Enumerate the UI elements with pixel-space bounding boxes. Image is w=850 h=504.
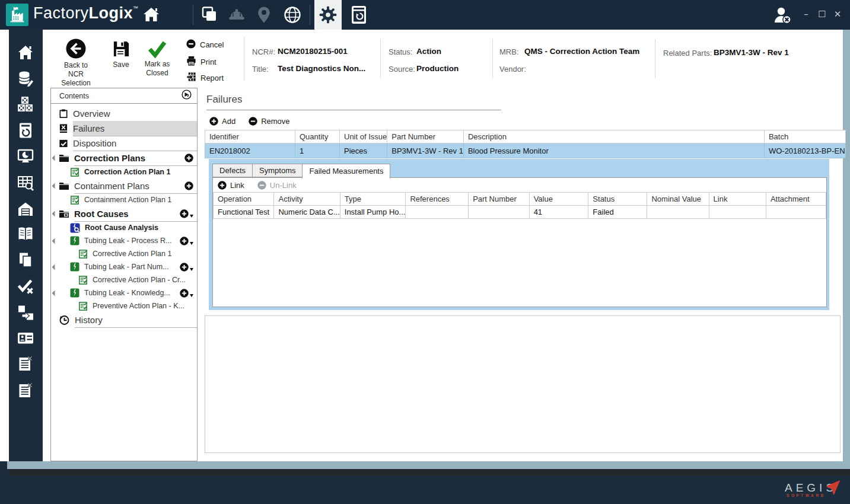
- tree-item-overview[interactable]: Overview: [51, 106, 197, 121]
- back-to-ncr-selection-button[interactable]: Back to NCR Selection: [53, 38, 98, 88]
- column-header[interactable]: Part Number: [469, 193, 530, 206]
- add-child-icon[interactable]: [184, 154, 193, 162]
- tree-item-tubing-leak-process-r[interactable]: Tubing Leak - Process R...: [51, 234, 197, 247]
- transfer-icon[interactable]: [15, 302, 36, 323]
- tree-expander-icon[interactable]: [51, 265, 59, 269]
- home-icon[interactable]: [15, 43, 36, 63]
- failure-cell: Blood Pressure Monitor: [463, 143, 764, 158]
- close-button[interactable]: ✕: [832, 9, 843, 19]
- copy-documents-icon[interactable]: [15, 250, 36, 270]
- column-header[interactable]: Status: [588, 193, 647, 206]
- column-header[interactable]: References: [406, 193, 469, 206]
- id-card-icon[interactable]: [15, 328, 36, 348]
- list-remove-alt-icon[interactable]: [15, 381, 36, 401]
- tree-item-containment-plans[interactable]: Containment Plans: [51, 178, 197, 193]
- warehouse-icon[interactable]: [15, 199, 36, 219]
- location-pin-icon[interactable]: [254, 5, 274, 24]
- table-search-icon[interactable]: [15, 173, 36, 193]
- tab-symptoms[interactable]: Symptoms: [252, 164, 302, 177]
- measurements-table[interactable]: OperationActivityTypeReferencesPart Numb…: [213, 192, 826, 219]
- minimize-button[interactable]: –: [800, 9, 812, 19]
- settings-gear-icon[interactable]: [314, 0, 342, 30]
- tree-item-root-cause-analysis[interactable]: Root Cause Analysis: [51, 221, 197, 234]
- tab-defects[interactable]: Defects: [212, 164, 252, 177]
- cancel-button[interactable]: Cancel: [186, 39, 224, 50]
- tree-item-disposition[interactable]: Disposition: [51, 136, 197, 151]
- tree-item-tubing-leak-part-num[interactable]: Tubing Leak - Part Num...: [51, 260, 197, 273]
- tree-expander-icon[interactable]: [51, 156, 59, 160]
- tree-item-corrective-action-plan-1[interactable]: Corrective Action Plan 1: [51, 247, 197, 260]
- mark-as-closed-button[interactable]: Mark as Closed: [140, 40, 174, 78]
- add-options-caret-icon[interactable]: [190, 268, 193, 271]
- column-header[interactable]: Value: [529, 193, 588, 206]
- column-header[interactable]: Unit of Issue: [340, 130, 387, 143]
- crates-icon[interactable]: [15, 94, 36, 114]
- column-header[interactable]: Identifier: [205, 130, 295, 143]
- hardhat-icon[interactable]: [227, 5, 247, 24]
- tree-item-root-causes[interactable]: Root Causes: [51, 206, 197, 221]
- maximize-button[interactable]: ☐: [816, 9, 828, 19]
- column-header[interactable]: Attachment: [766, 193, 826, 206]
- data-restore-icon[interactable]: [349, 5, 369, 24]
- monitor-chart-icon[interactable]: [15, 146, 36, 167]
- tab-failed-measurements[interactable]: Failed Measurements: [302, 164, 390, 178]
- folder-icon: [59, 181, 69, 190]
- checklist-icon: [78, 301, 88, 311]
- column-header[interactable]: Part Number: [387, 130, 464, 143]
- tree-item-history[interactable]: History: [51, 312, 197, 327]
- document-restore-icon[interactable]: [15, 120, 36, 141]
- tree-item-failures[interactable]: Failures: [51, 121, 197, 136]
- tree-expander-icon[interactable]: [51, 212, 59, 216]
- column-header[interactable]: Link: [709, 193, 766, 206]
- tree-expander-icon[interactable]: [51, 184, 59, 188]
- remove-failure-button[interactable]: Remove: [249, 117, 289, 126]
- collapse-all-icon[interactable]: [182, 90, 192, 102]
- tree-item-correction-plans[interactable]: Correction Plans: [51, 151, 197, 165]
- add-options-caret-icon[interactable]: [190, 215, 193, 218]
- tree-item-correction-action-plan-1[interactable]: Correction Action Plan 1: [51, 165, 197, 178]
- save-button[interactable]: Save: [109, 39, 133, 69]
- tree-item-corrective-action-plan-cr[interactable]: Corrective Action Plan - Cr...: [51, 273, 197, 286]
- tree-expander-icon[interactable]: [51, 239, 59, 243]
- unlink-measurement-button[interactable]: Un-Link: [257, 181, 297, 190]
- add-child-icon[interactable]: [184, 181, 193, 190]
- tree-item-containment-action-plan-1[interactable]: Containment Action Plan 1: [51, 193, 197, 206]
- column-header[interactable]: Description: [463, 130, 764, 143]
- contents-title: Contents: [59, 92, 182, 100]
- measurement-row[interactable]: Functional TestNumeric Data C...Install …: [214, 206, 826, 219]
- add-child-icon[interactable]: [180, 237, 189, 245]
- add-failure-button[interactable]: Add: [209, 117, 235, 126]
- clipboard-icon: [59, 109, 68, 119]
- bolt-icon: [70, 236, 79, 245]
- tree-expander-icon[interactable]: [51, 291, 59, 295]
- list-remove-icon[interactable]: [15, 354, 36, 374]
- tree-item-tubing-leak-knowledg[interactable]: Tubing Leak - Knowledg...: [51, 286, 197, 299]
- report-button[interactable]: Report: [186, 72, 224, 84]
- print-button[interactable]: Print: [186, 56, 217, 68]
- add-child-icon[interactable]: [180, 289, 189, 298]
- column-header[interactable]: Operation: [214, 193, 274, 206]
- tree-item-label-area: Containment Action Plan 1: [84, 193, 197, 206]
- database-edit-icon[interactable]: [15, 69, 36, 89]
- column-header[interactable]: Nominal Value: [647, 193, 709, 206]
- documents-icon[interactable]: [199, 5, 219, 24]
- failure-row[interactable]: EN20180021PiecesBP3MV1-3W - Rev 1Blood P…: [205, 143, 846, 158]
- failures-header-row: IdentifierQuantityUnit of IssuePart Numb…: [205, 130, 846, 143]
- book-icon[interactable]: [15, 224, 36, 244]
- tree-item-preventive-action-plan-k[interactable]: Preventive Action Plan - K...: [51, 299, 197, 312]
- globe-icon[interactable]: [282, 5, 303, 24]
- column-header[interactable]: Activity: [274, 193, 340, 206]
- folder-x-icon: [59, 209, 69, 218]
- column-header[interactable]: Type: [340, 193, 406, 206]
- column-header[interactable]: Batch: [764, 130, 845, 143]
- user-logout-icon[interactable]: [773, 6, 793, 25]
- add-options-caret-icon[interactable]: [190, 242, 193, 245]
- column-header[interactable]: Quantity: [295, 130, 340, 143]
- check-x-icon[interactable]: [15, 276, 36, 296]
- home-icon[interactable]: [141, 5, 161, 24]
- failures-table[interactable]: IdentifierQuantityUnit of IssuePart Numb…: [205, 130, 846, 158]
- add-child-icon[interactable]: [180, 209, 189, 218]
- add-child-icon[interactable]: [180, 263, 189, 272]
- link-measurement-button[interactable]: Link: [218, 181, 244, 190]
- add-options-caret-icon[interactable]: [190, 294, 193, 297]
